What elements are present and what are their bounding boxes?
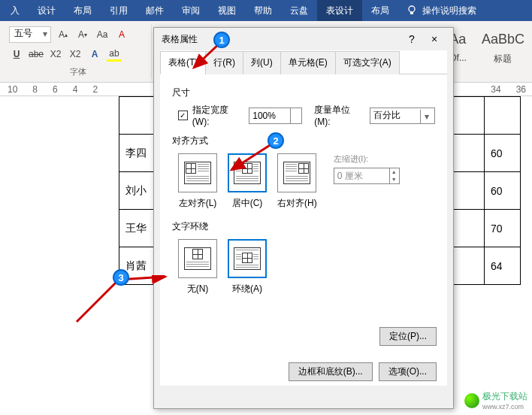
- ribbon-tab[interactable]: 邮件: [137, 0, 173, 21]
- options-button[interactable]: 选项(O)...: [379, 362, 437, 381]
- specify-width-checkbox[interactable]: ✓: [178, 111, 188, 120]
- superscript-icon[interactable]: X2: [68, 47, 83, 62]
- callout-2: 2: [268, 132, 284, 149]
- size-section-label: 尺寸: [172, 86, 435, 99]
- align-center-option[interactable]: 居中(C): [228, 153, 267, 210]
- increase-font-icon[interactable]: A▴: [56, 27, 71, 42]
- svg-rect-1: [410, 12, 413, 14]
- text-wrap-section-label: 文字环绕: [172, 220, 435, 233]
- help-button[interactable]: ?: [401, 33, 423, 45]
- dialog-tab-alt-text[interactable]: 可选文字(A): [335, 51, 400, 74]
- callout-3: 3: [113, 269, 129, 286]
- ribbon-tab[interactable]: 入: [2, 0, 29, 21]
- table-properties-dialog: 表格属性 ? × 表格(T) 行(R) 列(U) 单元格(E) 可选文字(A) …: [153, 27, 454, 409]
- ribbon-tab[interactable]: 引用: [101, 0, 137, 21]
- ribbon-tab[interactable]: 帮助: [245, 0, 281, 21]
- dialog-tab-row[interactable]: 行(R): [205, 51, 243, 74]
- subscript-icon[interactable]: X2: [48, 47, 63, 62]
- decrease-font-icon[interactable]: A▾: [75, 27, 90, 42]
- align-left-option[interactable]: 左对齐(L): [178, 153, 217, 210]
- dialog-title: 表格属性: [162, 33, 198, 46]
- unit-select[interactable]: 百分比: [370, 108, 435, 124]
- ribbon-tab[interactable]: 审阅: [173, 0, 209, 21]
- borders-shading-button[interactable]: 边框和底纹(B)...: [289, 362, 373, 381]
- left-indent-label: 左缩进(I):: [334, 153, 400, 165]
- change-case-icon[interactable]: Aa: [95, 27, 110, 42]
- ribbon-tab[interactable]: 布局: [65, 0, 101, 21]
- highlight-icon[interactable]: ab: [107, 47, 122, 62]
- clear-format-icon[interactable]: A: [114, 27, 129, 42]
- svg-point-0: [409, 6, 415, 12]
- ribbon-tab[interactable]: 视图: [209, 0, 245, 21]
- watermark: 极光下载站 www.xz7.com: [464, 390, 527, 410]
- styles-gallery: Aa Of... AaBbC 标题: [446, 24, 527, 79]
- dialog-titlebar[interactable]: 表格属性 ? ×: [154, 28, 453, 50]
- close-button[interactable]: ×: [423, 33, 446, 45]
- positioning-button[interactable]: 定位(P)...: [379, 327, 437, 346]
- wrap-none-option[interactable]: 无(N): [178, 239, 217, 295]
- watermark-logo-icon: [464, 393, 479, 408]
- align-right-option[interactable]: 右对齐(H): [277, 153, 317, 210]
- wrap-around-option[interactable]: 环绕(A): [228, 239, 267, 295]
- underline-icon[interactable]: U: [9, 47, 24, 62]
- unit-label: 度量单位(M):: [314, 104, 365, 127]
- dialog-tab-cell[interactable]: 单元格(E): [280, 51, 336, 74]
- lightbulb-icon: [406, 5, 418, 17]
- tell-me-search[interactable]: 操作说明搜索: [422, 5, 476, 17]
- ribbon-tabs: 入 设计 布局 引用 邮件 审阅 视图 帮助 云盘 表设计 布局 操作说明搜索: [0, 0, 532, 21]
- left-indent-input: 0 厘米▲▼: [334, 168, 400, 184]
- dialog-body: 尺寸 ✓ 指定宽度(W): 100%▲▼ 度量单位(M): 百分比 对齐方式 左…: [160, 74, 447, 386]
- alignment-section-label: 对齐方式: [172, 135, 435, 147]
- width-input[interactable]: 100%▲▼: [249, 108, 302, 124]
- dialog-tab-column[interactable]: 列(U): [243, 51, 281, 74]
- ribbon-tab[interactable]: 设计: [29, 0, 65, 21]
- dialog-tabs: 表格(T) 行(R) 列(U) 单元格(E) 可选文字(A): [160, 50, 447, 74]
- font-group-label: 字体: [9, 66, 147, 77]
- callout-1: 1: [213, 32, 230, 48]
- font-size-select[interactable]: 五号: [9, 26, 51, 43]
- text-effects-icon[interactable]: A: [87, 47, 102, 62]
- ribbon-tab[interactable]: 云盘: [281, 0, 317, 21]
- specify-width-label: 指定宽度(W):: [192, 104, 244, 127]
- style-item[interactable]: AaBbC 标题: [479, 24, 527, 79]
- ribbon-tab[interactable]: 布局: [362, 0, 398, 21]
- ribbon-tab-table-design[interactable]: 表设计: [317, 0, 362, 21]
- dialog-tab-table[interactable]: 表格(T): [160, 51, 206, 74]
- strikethrough-icon[interactable]: abe: [29, 47, 44, 62]
